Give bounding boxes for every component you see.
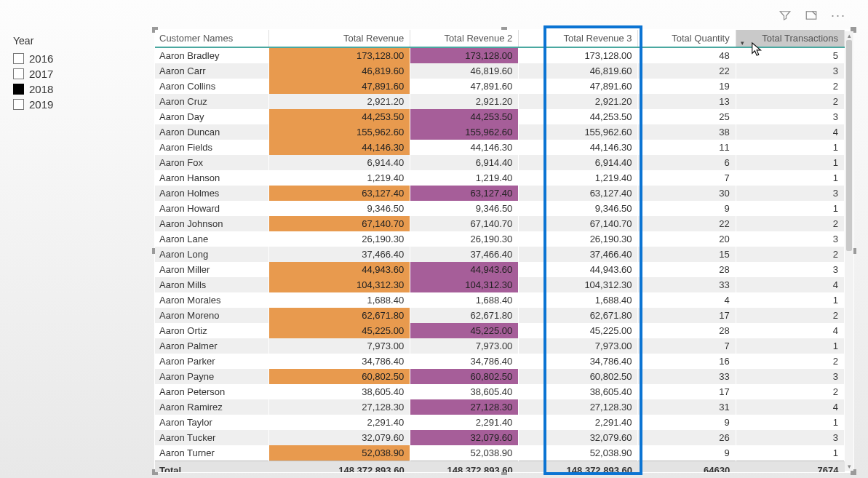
cell: 3 <box>736 262 844 277</box>
cell: 60,802.50 <box>519 369 638 384</box>
cell: 60,802.50 <box>269 369 410 384</box>
total-cell: 7674 <box>736 461 844 473</box>
total-cell: Total <box>155 461 269 473</box>
cell: 3 <box>736 369 844 384</box>
table-row[interactable]: Aaron Collins47,891.6047,891.6047,891.60… <box>155 79 845 94</box>
cell: 16 <box>638 354 736 369</box>
cell: 1,688.40 <box>519 292 638 308</box>
table-row[interactable]: Aaron Carr46,819.6046,819.6046,819.60223 <box>155 63 845 79</box>
cell: 22 <box>638 216 736 231</box>
table-row[interactable]: Aaron Hanson1,219.401,219.401,219.4071 <box>155 170 845 186</box>
scrollbar-thumb[interactable] <box>846 40 852 251</box>
slicer-title: Year <box>13 35 122 47</box>
table-row[interactable]: Aaron Morales1,688.401,688.401,688.4041 <box>155 292 845 308</box>
cell: Aaron Fox <box>155 155 269 170</box>
cell: 9,346.50 <box>269 201 410 216</box>
table-row[interactable]: Aaron Miller44,943.6044,943.6044,943.602… <box>155 262 845 277</box>
column-header-label: Customer Names <box>159 33 233 44</box>
cell: 11 <box>638 140 736 155</box>
table-row[interactable]: Aaron Lane26,190.3026,190.3026,190.30203 <box>155 231 845 247</box>
vertical-scrollbar[interactable]: ▴ ▾ <box>845 31 853 471</box>
cell: Aaron Ortiz <box>155 323 269 338</box>
table-row[interactable]: Aaron Cruz2,921.202,921.202,921.20132 <box>155 94 845 109</box>
cell: 9,346.50 <box>519 201 638 216</box>
column-header[interactable]: Total Revenue 2 <box>410 30 519 47</box>
cell: 1,219.40 <box>269 170 410 186</box>
slicer-item-2017[interactable]: 2017 <box>13 66 122 81</box>
scroll-up-icon[interactable]: ▴ <box>845 31 853 40</box>
cell: 6,914.40 <box>410 155 519 170</box>
checkbox-icon[interactable] <box>13 84 24 95</box>
column-header-label: Total Quantity <box>672 33 730 44</box>
column-header[interactable]: Total Quantity <box>638 30 736 47</box>
cell: 28 <box>638 262 736 277</box>
table-row[interactable]: Aaron Parker34,786.4034,786.4034,786.401… <box>155 354 845 369</box>
scroll-down-icon[interactable]: ▾ <box>845 462 853 471</box>
cell: 38,605.40 <box>519 384 638 399</box>
slicer-item-2018[interactable]: 2018 <box>13 81 122 97</box>
table-row[interactable]: Aaron Holmes63,127.4063,127.4063,127.403… <box>155 186 845 201</box>
total-cell: 148,372,893.60 <box>410 461 519 473</box>
cell: Aaron Miller <box>155 262 269 277</box>
checkbox-icon[interactable] <box>13 68 24 79</box>
slicer-item-2016[interactable]: 2016 <box>13 51 122 66</box>
column-header[interactable]: Total Revenue <box>269 30 410 47</box>
sort-descending-icon: ▾ <box>741 39 744 47</box>
table-row[interactable]: Aaron Peterson38,605.4038,605.4038,605.4… <box>155 384 845 399</box>
table-row[interactable]: Aaron Turner52,038.9052,038.9052,038.909… <box>155 445 845 461</box>
cell: Aaron Turner <box>155 445 269 461</box>
table-row[interactable]: Aaron Moreno62,671.8062,671.8062,671.801… <box>155 308 845 323</box>
table-row[interactable]: Aaron Duncan155,962.60155,962.60155,962.… <box>155 124 845 140</box>
cell: 22 <box>638 63 736 79</box>
cell: 3 <box>736 231 844 247</box>
column-header[interactable]: Customer Names <box>155 30 269 47</box>
checkbox-icon[interactable] <box>13 99 24 110</box>
table-row[interactable]: Aaron Fields44,146.3044,146.3044,146.301… <box>155 140 845 155</box>
cell: 104,312.30 <box>410 277 519 292</box>
cell: 1,688.40 <box>410 292 519 308</box>
focus-mode-icon[interactable] <box>805 9 818 22</box>
cell: 4 <box>736 323 844 338</box>
cell: 44,943.60 <box>519 262 638 277</box>
cell: 155,962.60 <box>519 124 638 140</box>
table-row[interactable]: Aaron Long37,466.4037,466.4037,466.40152 <box>155 247 845 262</box>
cell: Aaron Cruz <box>155 94 269 109</box>
cell: Aaron Peterson <box>155 384 269 399</box>
table-row[interactable]: Aaron Bradley173,128.00173,128.00173,128… <box>155 47 845 63</box>
cell: 2 <box>736 216 844 231</box>
column-header[interactable]: Total Revenue 3 <box>519 30 638 47</box>
filter-icon[interactable] <box>779 9 792 22</box>
cell: 44,253.50 <box>269 109 410 124</box>
cell: Aaron Day <box>155 109 269 124</box>
table-row[interactable]: Aaron Ortiz45,225.0045,225.0045,225.0028… <box>155 323 845 338</box>
checkbox-icon[interactable] <box>13 53 24 64</box>
cell: 38,605.40 <box>410 384 519 399</box>
table-row[interactable]: Aaron Johnson67,140.7067,140.7067,140.70… <box>155 216 845 231</box>
table-row[interactable]: Aaron Fox6,914.406,914.406,914.4061 <box>155 155 845 170</box>
total-cell: 64630 <box>638 461 736 473</box>
table-row[interactable]: Aaron Howard9,346.509,346.509,346.5091 <box>155 201 845 216</box>
cell: 4 <box>638 292 736 308</box>
slicer-item-2019[interactable]: 2019 <box>13 97 122 112</box>
more-options-icon[interactable]: ··· <box>831 9 846 22</box>
table-row[interactable]: Aaron Day44,253.5044,253.5044,253.50253 <box>155 109 845 124</box>
table-row[interactable]: Aaron Payne60,802.5060,802.5060,802.5033… <box>155 369 845 384</box>
cell: 44,146.30 <box>410 140 519 155</box>
cell: 7 <box>638 170 736 186</box>
column-header[interactable]: ▾Total Transactions <box>736 30 844 47</box>
cell: Aaron Moreno <box>155 308 269 323</box>
table-row[interactable]: Aaron Tucker32,079.6032,079.6032,079.602… <box>155 430 845 445</box>
table-row[interactable]: Aaron Ramirez27,128.3027,128.3027,128.30… <box>155 399 845 415</box>
cell: 173,128.00 <box>519 47 638 63</box>
cell: 37,466.40 <box>519 247 638 262</box>
cell: 19 <box>638 79 736 94</box>
cell: 1 <box>736 338 844 354</box>
cell: 37,466.40 <box>410 247 519 262</box>
table-row[interactable]: Aaron Mills104,312.30104,312.30104,312.3… <box>155 277 845 292</box>
cell: 45,225.00 <box>269 323 410 338</box>
table-row[interactable]: Aaron Taylor2,291.402,291.402,291.4091 <box>155 415 845 430</box>
table-row[interactable]: Aaron Palmer7,973.007,973.007,973.0071 <box>155 338 845 354</box>
slicer-item-label: 2018 <box>29 83 53 95</box>
cell: 2,921.20 <box>410 94 519 109</box>
cell: 67,140.70 <box>519 216 638 231</box>
